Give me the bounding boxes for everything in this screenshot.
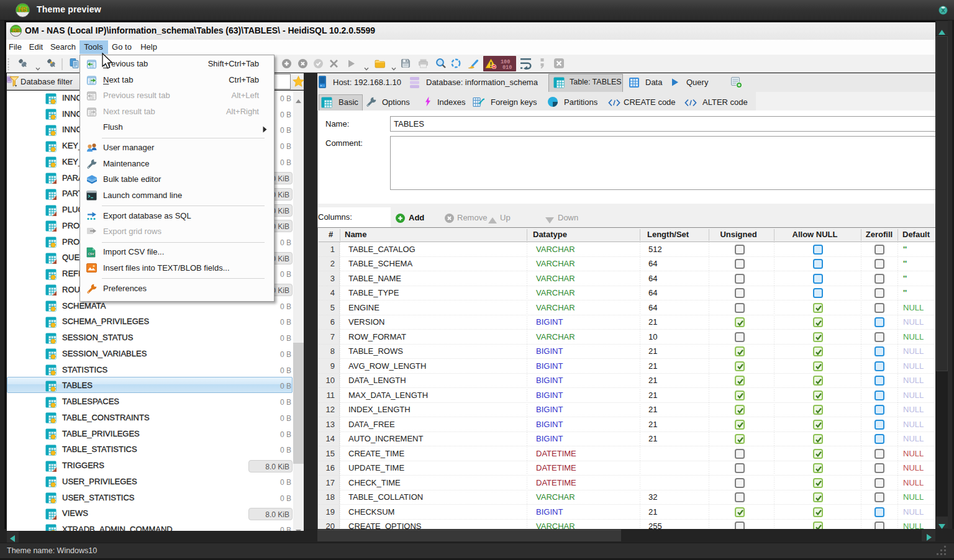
- svg-text:HS: HS: [12, 27, 19, 34]
- svg-text:010: 010: [502, 65, 512, 70]
- svg-text:X: X: [941, 7, 945, 14]
- svg-text:HS: HS: [18, 6, 27, 13]
- svg-text:CSV: CSV: [88, 253, 94, 256]
